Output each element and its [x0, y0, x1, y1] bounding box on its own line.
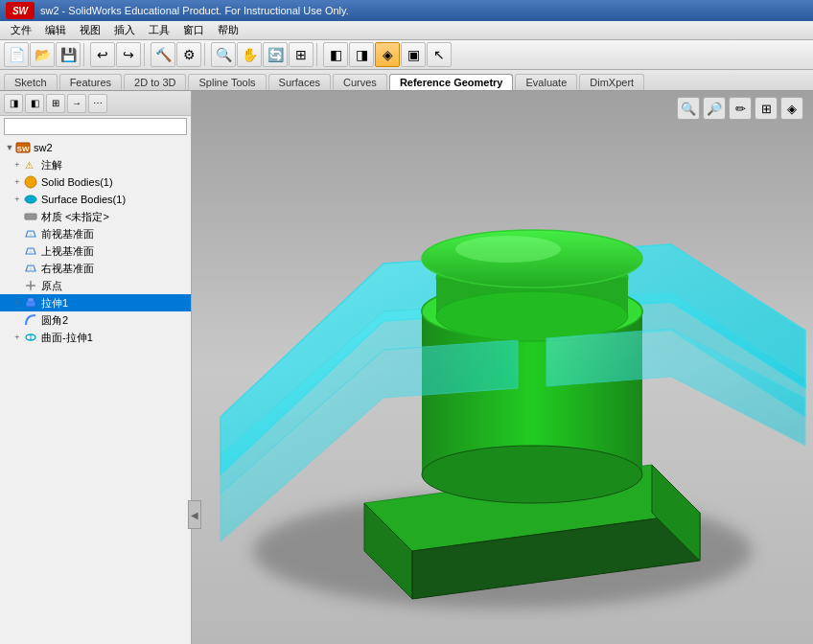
root-icon: SW — [15, 140, 31, 155]
toolbar-sep-1 — [83, 43, 87, 66]
surface-bodies-icon — [23, 192, 38, 207]
svg-text:⚠: ⚠ — [25, 160, 34, 171]
expand-extrude1: + — [12, 297, 23, 309]
toolbar-open-btn[interactable]: 📂 — [30, 42, 55, 67]
tree-item-top-plane[interactable]: 上视基准面 — [0, 242, 191, 260]
toolbar-rotate-btn[interactable]: 🔄 — [263, 42, 288, 67]
tree-item-material[interactable]: 材质 <未指定> — [0, 208, 191, 225]
tree-label-surface-extrude1: 曲面-拉伸1 — [41, 331, 93, 345]
tree-item-annotation[interactable]: + ⚠ 注解 — [0, 156, 191, 173]
vp-zoom-out-btn[interactable]: 🔎 — [703, 97, 726, 120]
toolbar-zoom-btn[interactable]: 🔍 — [211, 42, 236, 67]
toolbar-options-btn[interactable]: ⚙ — [176, 42, 201, 67]
panel-btn-2[interactable]: ◧ — [25, 94, 44, 113]
svg-rect-17 — [28, 298, 34, 302]
svg-point-34 — [436, 291, 628, 341]
tree-item-surface-extrude1[interactable]: + 曲面-拉伸1 — [0, 329, 191, 346]
vp-draw-btn[interactable]: ✏ — [729, 97, 752, 120]
tree-label-origin: 原点 — [41, 279, 62, 293]
toolbar-active-btn[interactable]: ◈ — [375, 42, 400, 67]
toolbar-view-orient-btn[interactable]: ◧ — [323, 42, 348, 67]
tab-spline-tools[interactable]: Spline Tools — [188, 74, 266, 90]
tree-item-origin[interactable]: 原点 — [0, 277, 191, 294]
svg-point-30 — [422, 446, 642, 503]
panel-btn-4[interactable]: → — [67, 94, 86, 113]
expand-front-plane — [12, 228, 23, 240]
menu-insert[interactable]: 插入 — [107, 22, 142, 38]
surface-extrude1-icon — [23, 330, 38, 345]
vp-orient-btn[interactable]: ◈ — [780, 97, 803, 120]
toolbar-new-btn[interactable]: 📄 — [4, 42, 29, 67]
toolbar-area: 📄 📂 💾 ↩ ↪ 🔨 ⚙ 🔍 ✋ 🔄 ⊞ ◧ ◨ ◈ ▣ ↖ — [0, 40, 813, 70]
tree-label-extrude1: 拉伸1 — [41, 296, 68, 310]
toolbar-display-btn[interactable]: ◨ — [349, 42, 374, 67]
svg-text:SW: SW — [17, 145, 30, 153]
expand-right-plane — [12, 263, 23, 274]
tab-evaluate[interactable]: Evaluate — [515, 74, 577, 90]
toolbar-redo-btn[interactable]: ↪ — [116, 42, 141, 67]
extrude1-icon — [23, 295, 38, 310]
toolbar-row: 📄 📂 💾 ↩ ↪ 🔨 ⚙ 🔍 ✋ 🔄 ⊞ ◧ ◨ ◈ ▣ ↖ — [0, 40, 813, 69]
menu-view[interactable]: 视图 — [73, 22, 107, 38]
tree-label-fillet2: 圆角2 — [41, 313, 68, 328]
tab-sketch[interactable]: Sketch — [4, 74, 58, 90]
tree-item-surface-bodies[interactable]: + Surface Bodies(1) — [0, 191, 191, 208]
toolbar-pan-btn[interactable]: ✋ — [237, 42, 262, 67]
toolbar-select-btn[interactable]: ↖ — [427, 42, 452, 67]
solidworks-logo: SW — [6, 2, 35, 19]
feature-tree-panel: ◨ ◧ ⊞ → ⋯ ▼ SW sw2 + ⚠ 注 — [0, 91, 192, 644]
expand-top-plane — [12, 245, 23, 257]
panel-btn-5[interactable]: ⋯ — [88, 94, 107, 113]
vp-grid-btn[interactable]: ⊞ — [755, 97, 778, 120]
filter-box[interactable] — [4, 118, 187, 135]
tree-item-right-plane[interactable]: 右视基准面 — [0, 260, 191, 277]
tree-label-annotation: 注解 — [41, 158, 62, 172]
expand-annotation: + — [12, 159, 23, 171]
tab-2d-to-3d[interactable]: 2D to 3D — [124, 74, 186, 90]
panel-btn-3[interactable]: ⊞ — [46, 94, 65, 113]
3d-viewport[interactable]: 🔍 🔎 ✏ ⊞ ◈ — [192, 91, 813, 644]
front-plane-icon — [23, 226, 38, 242]
toolbar-sep-3 — [204, 43, 208, 66]
tab-features[interactable]: Features — [59, 74, 122, 90]
menubar: 文件 编辑 视图 插入 工具 窗口 帮助 — [0, 21, 813, 40]
panel-toolbar: ◨ ◧ ⊞ → ⋯ — [0, 91, 191, 116]
toolbar-zoom-fit-btn[interactable]: ⊞ — [289, 42, 314, 67]
expand-icon: ▼ — [4, 142, 15, 153]
solid-bodies-icon — [23, 174, 38, 190]
tree-item-fillet2[interactable]: 圆角2 — [0, 311, 191, 329]
tree-item-front-plane[interactable]: 前视基准面 — [0, 225, 191, 242]
filter-input[interactable] — [4, 118, 187, 135]
menu-tools[interactable]: 工具 — [142, 22, 176, 38]
panel-collapse-btn[interactable]: ◀ — [188, 500, 201, 529]
toolbar-section-btn[interactable]: ▣ — [401, 42, 426, 67]
menu-window[interactable]: 窗口 — [176, 22, 211, 38]
viewport-toolbar: 🔍 🔎 ✏ ⊞ ◈ — [677, 97, 803, 120]
scene-svg — [192, 91, 813, 644]
menu-help[interactable]: 帮助 — [211, 22, 245, 38]
tree-label-material: 材质 <未指定> — [41, 210, 109, 224]
vp-zoom-in-btn[interactable]: 🔍 — [677, 97, 700, 120]
expand-material — [12, 211, 23, 222]
toolbar-rebuild-btn[interactable]: 🔨 — [151, 42, 175, 67]
toolbar-undo-btn[interactable]: ↩ — [90, 42, 115, 67]
tab-reference-geometry[interactable]: Reference Geometry — [389, 74, 514, 90]
toolbar-save-btn[interactable]: 💾 — [56, 42, 81, 67]
tree-label-solid-bodies: Solid Bodies(1) — [41, 176, 113, 188]
menu-edit[interactable]: 编辑 — [38, 22, 73, 38]
expand-origin — [12, 280, 23, 291]
tab-dimxpert[interactable]: DimXpert — [579, 74, 644, 90]
toolbar-sep-2 — [144, 43, 148, 66]
expand-surface-bodies: + — [12, 194, 23, 205]
panel-btn-1[interactable]: ◨ — [4, 94, 23, 113]
svg-point-3 — [25, 176, 36, 188]
tree-item-solid-bodies[interactable]: + Solid Bodies(1) — [0, 173, 191, 191]
tree-item-sw2[interactable]: ▼ SW sw2 — [0, 139, 191, 156]
expand-surface-extrude1: + — [12, 332, 23, 343]
title-text: sw2 - SolidWorks Educational Product. Fo… — [40, 5, 349, 16]
tree-item-extrude1[interactable]: + 拉伸1 — [0, 294, 191, 311]
titlebar: SW sw2 - SolidWorks Educational Product.… — [0, 0, 813, 21]
tab-surfaces[interactable]: Surfaces — [268, 74, 331, 90]
menu-file[interactable]: 文件 — [4, 22, 38, 38]
tab-curves[interactable]: Curves — [333, 74, 387, 90]
